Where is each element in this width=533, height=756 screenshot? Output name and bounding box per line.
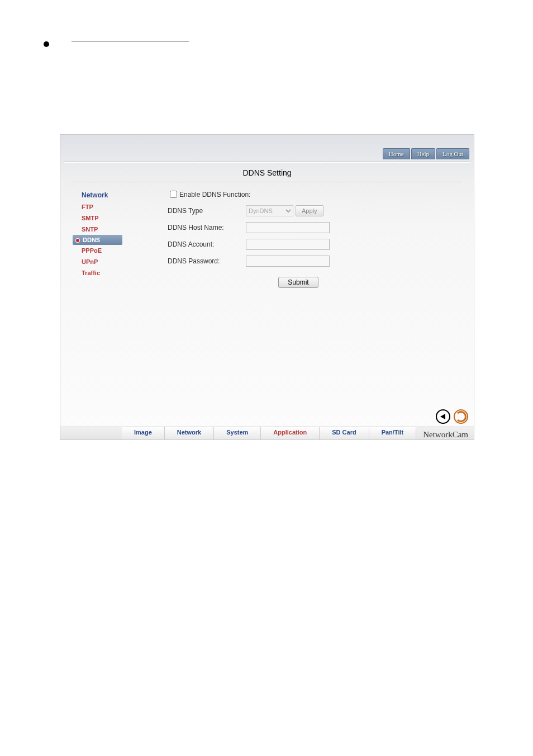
sidebar-item-traffic[interactable]: Traffic (78, 267, 168, 278)
ddns-account-label: DDNS Account: (168, 240, 246, 248)
sidebar: Network FTP SMTP SNTP DDNS PPPoE UPnP Tr… (78, 187, 168, 288)
app-window: Home Help Log Out DDNS Setting Network F… (60, 134, 474, 440)
tab-sdcard[interactable]: SD Card (320, 427, 369, 440)
back-icon[interactable] (436, 409, 450, 424)
tab-system[interactable]: System (214, 427, 261, 440)
enable-ddns-row: Enable DDNS Function: (168, 189, 474, 200)
ddns-type-select[interactable]: DynDNS (246, 205, 293, 216)
title-separator (72, 182, 463, 182)
bottom-tabs: Image Network System Application SD Card… (60, 427, 474, 440)
ddns-host-row: DDNS Host Name: (168, 222, 474, 233)
sidebar-item-pppoe[interactable]: PPPoE (78, 245, 168, 256)
top-links: Home Help Log Out (383, 148, 469, 159)
help-link[interactable]: Help (411, 148, 435, 159)
refresh-icon[interactable] (454, 409, 468, 424)
sidebar-head-network[interactable]: Network (78, 189, 168, 201)
logout-link[interactable]: Log Out (436, 148, 469, 159)
doc-bullet-row (44, 36, 267, 53)
underline-rule (72, 41, 189, 41)
nav-icons (436, 409, 468, 424)
page-title: DDNS Setting (60, 163, 474, 182)
ddns-type-label: DDNS Type (168, 207, 246, 215)
bottom-bar: Image Network System Application SD Card… (60, 427, 474, 440)
home-link[interactable]: Home (383, 148, 410, 159)
ddns-form: Enable DDNS Function: DDNS Type DynDNS A… (168, 187, 474, 288)
ddns-account-row: DDNS Account: (168, 239, 474, 250)
ddns-type-row: DDNS Type DynDNS Apply (168, 205, 474, 216)
ddns-password-input[interactable] (246, 256, 330, 267)
sidebar-item-ftp[interactable]: FTP (78, 201, 168, 212)
submit-row: Submit (123, 277, 474, 288)
tab-pantilt[interactable]: Pan/Tilt (369, 427, 417, 440)
brand-label: NetworkCam (421, 429, 470, 441)
apply-button[interactable]: Apply (296, 205, 323, 216)
content-area: Network FTP SMTP SNTP DDNS PPPoE UPnP Tr… (60, 187, 474, 288)
top-bar: Home Help Log Out (60, 135, 474, 162)
sidebar-item-upnp[interactable]: UPnP (78, 256, 168, 267)
sidebar-item-smtp[interactable]: SMTP (78, 212, 168, 224)
ddns-password-label: DDNS Password: (168, 257, 246, 265)
tab-network[interactable]: Network (165, 427, 214, 440)
ddns-host-input[interactable] (246, 222, 330, 233)
submit-button[interactable]: Submit (278, 277, 318, 288)
enable-ddns-label: Enable DDNS Function: (179, 191, 250, 199)
sidebar-item-sntp[interactable]: SNTP (78, 224, 168, 235)
ddns-password-row: DDNS Password: (168, 256, 474, 267)
enable-ddns-checkbox[interactable] (170, 191, 177, 198)
ddns-host-label: DDNS Host Name: (168, 224, 246, 231)
sidebar-item-ddns[interactable]: DDNS (73, 235, 122, 245)
tab-application[interactable]: Application (261, 427, 320, 440)
ddns-account-input[interactable] (246, 239, 330, 250)
bullet-icon (44, 41, 49, 47)
tab-image[interactable]: Image (122, 427, 165, 440)
